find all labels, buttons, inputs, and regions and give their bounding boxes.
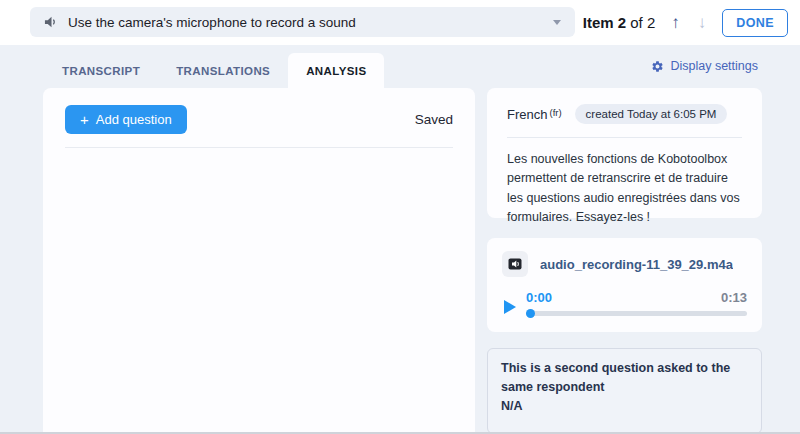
- speaker-icon: [44, 15, 59, 29]
- question-answer-box: This is a second question asked to the s…: [487, 348, 762, 434]
- card-divider: [507, 137, 742, 138]
- tab-transcript[interactable]: TRANSCRIPT: [44, 53, 158, 88]
- play-button[interactable]: [502, 296, 522, 317]
- arrow-down-icon: ↓: [698, 13, 707, 32]
- saved-status: Saved: [415, 112, 453, 127]
- done-button[interactable]: DONE: [722, 9, 788, 37]
- language-card: French(fr) created Today at 6:05 PM Les …: [487, 88, 762, 218]
- audio-player-card: audio_recording-11_39_29.m4a 0:00 0:13: [487, 238, 762, 332]
- previous-item-button[interactable]: ↑: [669, 12, 682, 33]
- question-text: This is a second question asked to the s…: [501, 359, 748, 397]
- language-name: French(fr): [507, 107, 562, 122]
- display-settings-button[interactable]: Display settings: [651, 59, 758, 73]
- item-total: of 2: [630, 14, 655, 31]
- audio-file-icon: [508, 257, 522, 271]
- audio-filename: audio_recording-11_39_29.m4a: [540, 257, 733, 272]
- add-question-label: Add question: [96, 112, 172, 127]
- top-bar: Use the camera's microphone to record a …: [0, 0, 800, 45]
- display-settings-label: Display settings: [670, 59, 758, 73]
- arrow-up-icon: ↑: [671, 13, 680, 32]
- language-code: (fr): [549, 107, 561, 118]
- question-selector-dropdown[interactable]: Use the camera's microphone to record a …: [30, 7, 575, 37]
- selected-question-label: Use the camera's microphone to record a …: [68, 15, 356, 30]
- answer-text: N/A: [501, 397, 748, 416]
- item-pager: Item 2 of 2 ↑ ↓ DONE: [583, 0, 788, 45]
- seek-thumb[interactable]: [526, 309, 535, 318]
- seek-bar[interactable]: [526, 311, 747, 316]
- item-number: Item 2: [583, 14, 626, 31]
- item-count: Item 2 of 2: [583, 14, 656, 31]
- add-question-button[interactable]: + Add question: [65, 105, 187, 134]
- submission-sidebar: French(fr) created Today at 6:05 PM Les …: [487, 88, 762, 434]
- play-icon: [504, 300, 516, 314]
- next-item-button[interactable]: ↓: [696, 12, 709, 33]
- current-time: 0:00: [526, 290, 552, 305]
- chevron-down-icon: [553, 20, 561, 25]
- analysis-panel: + Add question Saved: [43, 88, 475, 432]
- transcript-text: Les nouvelles fonctions de Kobotoolbox p…: [507, 150, 742, 228]
- duration: 0:13: [721, 290, 747, 305]
- panel-divider: [65, 147, 453, 148]
- gear-icon: [651, 60, 664, 73]
- tab-analysis[interactable]: ANALYSIS: [288, 53, 384, 88]
- created-timestamp-badge: created Today at 6:05 PM: [575, 104, 728, 124]
- tab-translations[interactable]: TRANSLATIONS: [158, 53, 288, 88]
- plus-icon: +: [80, 112, 89, 127]
- audio-file-icon-box: [502, 251, 528, 277]
